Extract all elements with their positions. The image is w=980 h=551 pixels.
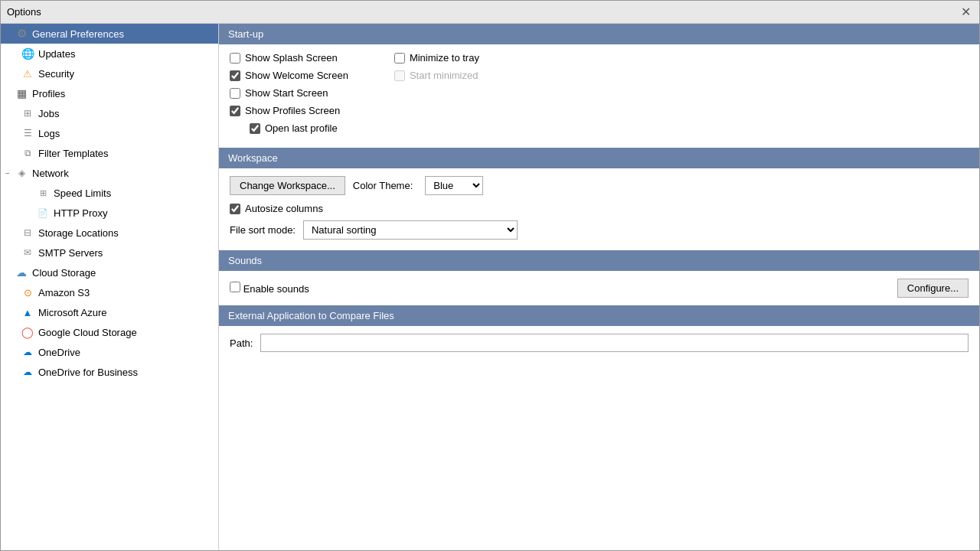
sidebar-item-label: Speed Limits (54, 187, 111, 199)
startup-two-col: Show Splash Screen Show Welcome Screen (230, 52, 969, 140)
start-row: Show Start Screen (230, 87, 348, 99)
mintray-text: Minimize to tray (410, 52, 479, 64)
sidebar-item-label: Filter Templates (38, 148, 109, 159)
openlast-checkbox[interactable] (250, 123, 260, 134)
path-label: Path: (230, 337, 253, 349)
sounds-body: Enable sounds Configure... (219, 271, 979, 305)
openlast-row: Open last profile (230, 122, 348, 134)
welcome-label[interactable]: Show Welcome Screen (230, 70, 348, 81)
workspace-change-row: Change Workspace... Color Theme: Blue Da… (230, 176, 969, 195)
startup-body: Show Splash Screen Show Welcome Screen (219, 44, 979, 148)
sidebar-item-profiles[interactable]: ▦Profiles (1, 83, 218, 103)
sidebar-item-label: SMTP Servers (38, 247, 103, 259)
profiles-label[interactable]: Show Profiles Screen (230, 105, 340, 116)
main-content: Start-up Show Splash Screen (219, 24, 979, 550)
enable-sounds-text: Enable sounds (243, 283, 309, 295)
splash-label[interactable]: Show Splash Screen (230, 52, 338, 64)
sidebar-item-label: HTTP Proxy (54, 207, 108, 219)
options-dialog: Options ✕ ⚙General Preferences🌐Updates⚠S… (0, 0, 980, 551)
sidebar-item-smtp[interactable]: ✉SMTP Servers (1, 243, 218, 262)
welcome-checkbox[interactable] (230, 70, 240, 81)
sidebar-item-speed[interactable]: ⊞Speed Limits (1, 183, 218, 203)
welcome-row: Show Welcome Screen (230, 70, 348, 81)
file-sort-label: File sort mode: (230, 224, 296, 236)
sidebar-item-label: Amazon S3 (38, 287, 90, 298)
workspace-header: Workspace (219, 148, 979, 168)
startup-left: Show Splash Screen Show Welcome Screen (230, 52, 348, 140)
openlast-text: Open last profile (265, 122, 338, 134)
close-button[interactable]: ✕ (958, 5, 973, 20)
sidebar-item-label: Network (32, 168, 69, 179)
sidebar-item-filter[interactable]: ⧉Filter Templates (1, 143, 218, 163)
startmin-checkbox[interactable] (394, 70, 405, 81)
change-workspace-button[interactable]: Change Workspace... (230, 176, 345, 195)
sidebar-item-label: Updates (38, 48, 75, 60)
sidebar-item-amazon[interactable]: ⊙Amazon S3 (1, 282, 218, 302)
sidebar-item-label: Google Cloud Storage (38, 327, 137, 338)
startup-header: Start-up (219, 24, 979, 44)
enable-sounds-checkbox[interactable] (230, 282, 240, 292)
startmin-label: Start minimized (394, 70, 479, 81)
title-bar: Options ✕ (1, 1, 979, 24)
startmin-text: Start minimized (410, 70, 479, 81)
sidebar-item-jobs[interactable]: ⊞Jobs (1, 103, 218, 123)
welcome-text: Show Welcome Screen (245, 70, 348, 81)
mintray-row: Minimize to tray (394, 52, 479, 64)
autosize-checkbox[interactable] (230, 204, 240, 214)
path-input[interactable] (260, 334, 969, 352)
sidebar-item-logs[interactable]: ☰Logs (1, 123, 218, 143)
file-sort-row: File sort mode: Natural sorting Alphabet… (230, 220, 969, 240)
dialog-title: Options (7, 6, 41, 18)
mintray-label[interactable]: Minimize to tray (394, 52, 479, 64)
splash-text: Show Splash Screen (245, 52, 338, 64)
profiles-row: Show Profiles Screen (230, 105, 348, 116)
path-row: Path: (230, 334, 969, 352)
autosize-label[interactable]: Autosize columns (230, 203, 323, 214)
sidebar-item-business[interactable]: ☁OneDrive for Business (1, 362, 218, 382)
sidebar-item-proxy[interactable]: 📄HTTP Proxy (1, 203, 218, 223)
sidebar-item-label: Profiles (32, 88, 65, 99)
sidebar-item-label: Jobs (38, 108, 59, 119)
sidebar-item-label: Logs (38, 128, 60, 139)
autosize-row: Autosize columns (230, 203, 969, 214)
external-body: Path: (219, 326, 979, 360)
sidebar-item-label: OneDrive for Business (38, 367, 138, 378)
mintray-checkbox[interactable] (394, 53, 405, 64)
sounds-row: Enable sounds Configure... (230, 279, 969, 298)
external-header: External Application to Compare Files (219, 305, 979, 326)
start-checkbox[interactable] (230, 88, 240, 99)
sidebar-item-security[interactable]: ⚠Security (1, 64, 218, 83)
sidebar-item-cloud[interactable]: ☁Cloud Storage (1, 262, 218, 282)
sidebar-item-label: Cloud Storage (32, 267, 96, 279)
sidebar-item-azure[interactable]: ▲Microsoft Azure (1, 302, 218, 322)
file-sort-select[interactable]: Natural sorting Alphabetical Case-sensit… (303, 220, 518, 240)
sidebar-item-storage[interactable]: ⊟Storage Locations (1, 223, 218, 243)
enable-sounds-label[interactable]: Enable sounds (230, 282, 309, 295)
openlast-label[interactable]: Open last profile (250, 122, 338, 134)
sidebar-item-updates[interactable]: 🌐Updates (1, 44, 218, 64)
autosize-text: Autosize columns (245, 203, 323, 214)
workspace-body: Change Workspace... Color Theme: Blue Da… (219, 168, 979, 250)
sidebar-item-label: General Preferences (32, 28, 124, 40)
sidebar-item-gcs[interactable]: ◯Google Cloud Storage (1, 322, 218, 342)
start-text: Show Start Screen (245, 87, 328, 99)
sidebar-item-label: Security (38, 68, 74, 80)
profiles-checkbox[interactable] (230, 106, 240, 116)
sidebar-item-label: Storage Locations (38, 227, 119, 239)
color-theme-select[interactable]: Blue Dark Light Classic (425, 176, 483, 195)
sidebar-item-network[interactable]: −◈Network (1, 163, 218, 183)
configure-sounds-button[interactable]: Configure... (897, 279, 969, 298)
sidebar-item-general[interactable]: ⚙General Preferences (1, 24, 218, 44)
splash-row: Show Splash Screen (230, 52, 348, 64)
sounds-header: Sounds (219, 250, 979, 271)
sidebar-item-label: Microsoft Azure (38, 307, 107, 318)
dialog-body: ⚙General Preferences🌐Updates⚠Security▦Pr… (1, 24, 979, 550)
start-label[interactable]: Show Start Screen (230, 87, 328, 99)
sidebar-item-label: OneDrive (38, 347, 80, 358)
splash-checkbox[interactable] (230, 53, 240, 64)
sidebar-item-onedrive[interactable]: ☁OneDrive (1, 342, 218, 362)
sidebar: ⚙General Preferences🌐Updates⚠Security▦Pr… (1, 24, 219, 550)
color-theme-label: Color Theme: (353, 180, 413, 191)
startup-right: Minimize to tray Start minimized (394, 52, 479, 140)
startmin-row: Start minimized (394, 70, 479, 81)
